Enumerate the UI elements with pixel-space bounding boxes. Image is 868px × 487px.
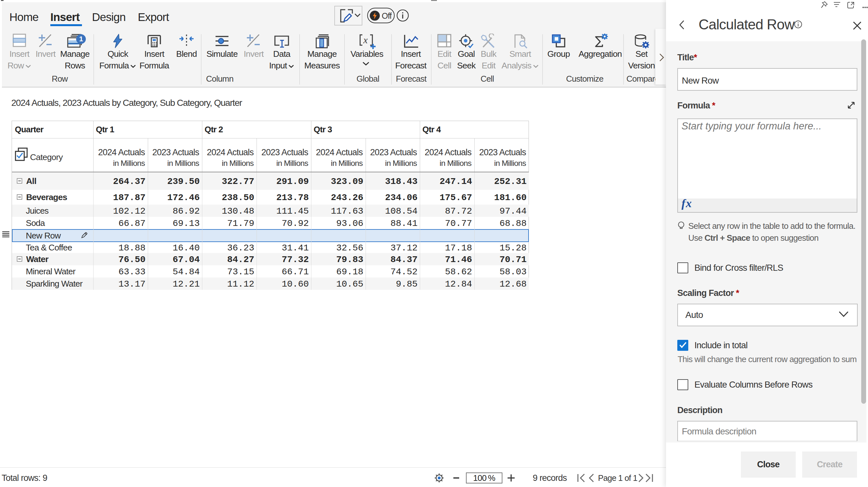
svg-text:x: x [363,34,368,45]
